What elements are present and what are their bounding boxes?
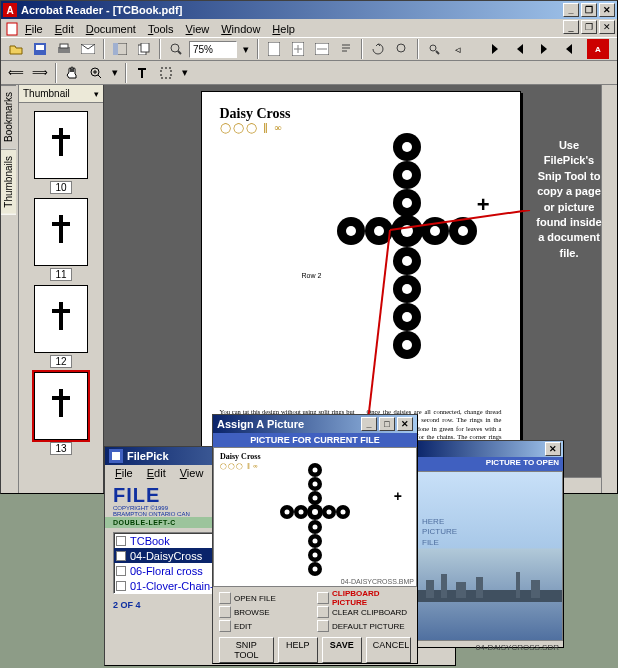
mail-icon[interactable] (77, 39, 99, 59)
zoom-input[interactable]: 75% (189, 41, 237, 58)
svg-point-47 (402, 340, 412, 350)
save-button[interactable]: SAVE (322, 637, 362, 663)
fp-menu-file[interactable]: File (109, 466, 139, 482)
thumbnail-preview (34, 285, 88, 353)
checkbox-icon[interactable] (219, 592, 231, 604)
file-list-item[interactable]: 04-DaisyCross (114, 548, 222, 563)
browse-option[interactable]: BROWSE (219, 605, 313, 619)
svg-rect-11 (141, 43, 149, 52)
zoom-dropdown-icon[interactable] (165, 39, 187, 59)
pto-picture-preview[interactable]: HERE PICTURE FILE (415, 471, 563, 641)
thumbnail-item[interactable]: 10 (31, 111, 91, 194)
clear-clipboard-option[interactable]: CLEAR CLIPBOARD (317, 605, 411, 619)
snip-tool-button[interactable]: SNIP TOOL (219, 637, 274, 663)
checkbox-icon[interactable] (317, 620, 329, 632)
checkbox-icon[interactable] (219, 620, 231, 632)
pto-text-line: HERE (422, 517, 457, 527)
open-file-option[interactable]: OPEN FILE (219, 591, 313, 605)
search-icon[interactable] (423, 39, 445, 59)
checkbox-icon[interactable] (116, 581, 126, 591)
file-list-item[interactable]: TCBook (114, 533, 222, 548)
forward-icon[interactable]: ⟹ (29, 63, 51, 83)
default-picture-option[interactable]: DEFAULT PICTURE (317, 619, 411, 633)
thumbnail-list[interactable]: 10 11 12 13 (19, 103, 103, 493)
svg-point-46 (402, 312, 412, 322)
menu-help[interactable]: Help (266, 22, 301, 36)
fp-menu-view[interactable]: View (174, 466, 210, 482)
close-button[interactable]: ✕ (599, 3, 615, 17)
zoom-in-tool-icon[interactable] (85, 63, 107, 83)
first-page-icon[interactable] (485, 39, 507, 59)
tab-bookmarks[interactable]: Bookmarks (1, 85, 16, 149)
thumbnail-item[interactable]: 11 (31, 198, 91, 281)
pto-close-button[interactable]: ✕ (545, 442, 561, 456)
back-icon[interactable]: ⟸ (5, 63, 27, 83)
search-prev-icon[interactable]: ◃ (447, 39, 469, 59)
checkbox-icon[interactable] (116, 566, 126, 576)
next-page-icon[interactable] (533, 39, 555, 59)
nav-pane-icon[interactable] (109, 39, 131, 59)
assign-titlebar[interactable]: Assign A Picture _ □ ✕ (213, 415, 417, 433)
pto-titlebar[interactable]: ✕ (415, 441, 563, 457)
thumbnail-item[interactable]: 13 (31, 372, 91, 455)
hand-tool-icon[interactable] (61, 63, 83, 83)
file-list-item[interactable]: 06-Floral cross (114, 563, 222, 578)
minimize-button[interactable]: _ (563, 3, 579, 17)
rotate-icon[interactable] (367, 39, 389, 59)
svg-point-16 (397, 44, 405, 52)
svg-rect-23 (52, 222, 70, 226)
chevron-down-icon[interactable]: ▾ (94, 89, 99, 99)
prev-page-icon[interactable] (509, 39, 531, 59)
checkbox-icon[interactable] (317, 592, 329, 604)
thumbnail-panel: Thumbnail ▾ 10 11 12 13 (19, 85, 104, 493)
open-icon[interactable] (5, 39, 27, 59)
graphics-select-tool-icon[interactable] (155, 63, 177, 83)
last-page-icon[interactable] (557, 39, 579, 59)
checkbox-icon[interactable] (317, 606, 329, 618)
fit-page-icon[interactable] (287, 39, 309, 59)
thumbnail-header-label: Thumbnail (23, 88, 70, 99)
menu-view[interactable]: View (180, 22, 216, 36)
menu-document[interactable]: Document (80, 22, 142, 36)
thumbnail-label: 10 (50, 181, 71, 194)
doc-close-button[interactable]: ✕ (599, 20, 615, 34)
fp-menu-edit[interactable]: Edit (141, 466, 172, 482)
select-dropdown-icon[interactable]: ▾ (179, 63, 191, 83)
file-list-item[interactable]: 01-Clover-Chain- (114, 578, 222, 593)
text-select-tool-icon[interactable] (131, 63, 153, 83)
checkbox-icon[interactable] (116, 551, 126, 561)
tool-dropdown-icon[interactable]: ▾ (109, 63, 121, 83)
menu-edit[interactable]: Edit (49, 22, 80, 36)
save-icon[interactable] (29, 39, 51, 59)
zoom-step-down-icon[interactable]: ▾ (239, 39, 253, 59)
edit-option[interactable]: EDIT (219, 619, 313, 633)
find-again-icon[interactable] (391, 39, 413, 59)
thumbnail-item[interactable]: 12 (31, 285, 91, 368)
menu-window[interactable]: Window (215, 22, 266, 36)
svg-rect-25 (52, 309, 70, 313)
clipboard-picture-option[interactable]: CLIPBOARD PICTURE (317, 591, 411, 605)
fit-width-icon[interactable] (311, 39, 333, 59)
assign-maximize-button[interactable]: □ (379, 417, 395, 431)
maximize-button[interactable]: ❐ (581, 3, 597, 17)
assign-picture-preview[interactable]: Daisy Cross ◯◯◯ ‖ ∞ + 04-DAISYCROSS.BMP (213, 447, 417, 587)
doc-restore-button[interactable]: ❐ (581, 20, 597, 34)
reflow-icon[interactable] (335, 39, 357, 59)
actual-size-icon[interactable] (263, 39, 285, 59)
acrobat-titlebar[interactable]: A Acrobat Reader - [TCBook.pdf] _ ❐ ✕ (1, 1, 617, 19)
adobe-logo-icon[interactable]: A (587, 39, 609, 59)
tab-thumbnails[interactable]: Thumbnails (1, 149, 16, 215)
checkbox-icon[interactable] (116, 536, 126, 546)
print-icon[interactable] (53, 39, 75, 59)
assign-close-button[interactable]: ✕ (397, 417, 413, 431)
thumbnail-panel-header[interactable]: Thumbnail ▾ (19, 85, 103, 103)
help-button[interactable]: HELP (278, 637, 318, 663)
doc-minimize-button[interactable]: _ (563, 20, 579, 34)
cancel-button[interactable]: CANCEL (366, 637, 411, 663)
assign-minimize-button[interactable]: _ (361, 417, 377, 431)
menu-file[interactable]: File (19, 22, 49, 36)
copy-icon[interactable] (133, 39, 155, 59)
filepick-file-list[interactable]: TCBook 04-DaisyCross 06-Floral cross 01-… (113, 532, 223, 594)
menu-tools[interactable]: Tools (142, 22, 180, 36)
checkbox-icon[interactable] (219, 606, 231, 618)
